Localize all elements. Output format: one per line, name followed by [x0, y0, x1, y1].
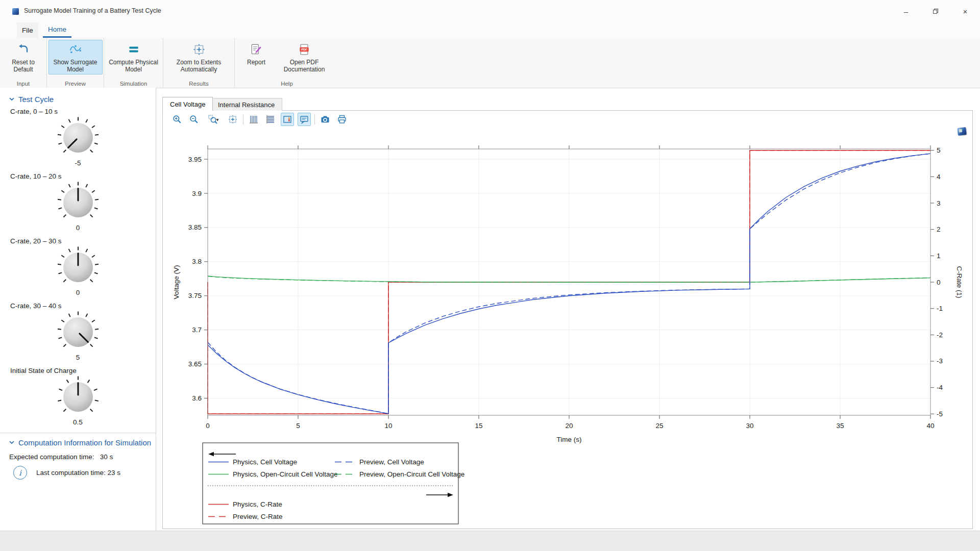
- knob-control[interactable]: [57, 246, 100, 289]
- tab-cell-voltage[interactable]: Cell Voltage: [162, 97, 213, 111]
- svg-text:0: 0: [937, 279, 941, 286]
- knob-control[interactable]: [57, 375, 100, 418]
- svg-text:3.65: 3.65: [188, 360, 202, 368]
- chevron-down-icon: [9, 441, 14, 444]
- restore-button[interactable]: [921, 0, 950, 22]
- reset-icon: [17, 42, 30, 57]
- computation-info-section: Computation Information for Simulation E…: [0, 433, 156, 480]
- menu-tab-file[interactable]: File: [17, 22, 38, 38]
- legend-toggle-button[interactable]: [281, 113, 294, 126]
- svg-text:Physics, Open-Circuit Cell Vol: Physics, Open-Circuit Cell Voltage: [233, 470, 338, 478]
- compute-physical-model-button[interactable]: Compute Physical Model: [104, 40, 164, 74]
- zoom-extents-icon: [228, 114, 238, 124]
- sidebar: Test Cycle C-rate, 0 – 10 s-5C-rate, 10 …: [0, 88, 156, 531]
- status-bar: [0, 531, 980, 551]
- ribbon-group-input: Reset to Default Input: [0, 38, 47, 88]
- y-grid-icon: [265, 114, 276, 124]
- plot-toolbar: ▾: [170, 113, 349, 126]
- knob-label: C-rate, 20 – 30 s: [10, 237, 156, 245]
- x-grid-icon: [249, 114, 259, 124]
- svg-text:-4: -4: [937, 384, 943, 391]
- ribbon-group-label: Preview: [47, 81, 104, 87]
- svg-text:Physics, Cell Voltage: Physics, Cell Voltage: [233, 458, 297, 466]
- ribbon-group-label: Simulation: [104, 81, 163, 87]
- svg-text:PDF: PDF: [301, 48, 307, 51]
- printer-icon: [337, 114, 347, 124]
- expected-computation-time-value: 30 s: [100, 453, 113, 461]
- svg-text:Time (s): Time (s): [557, 436, 582, 443]
- svg-text:3.85: 3.85: [188, 223, 202, 231]
- screenshot-button[interactable]: [318, 113, 332, 126]
- comsol-logo-button[interactable]: [957, 127, 966, 136]
- show-surrogate-model-button[interactable]: Show Surrogate Model: [48, 40, 103, 74]
- close-button[interactable]: ×: [950, 0, 980, 22]
- restore-icon: [933, 8, 939, 14]
- svg-text:15: 15: [475, 422, 482, 430]
- knob-label: C-rate, 10 – 20 s: [10, 172, 156, 180]
- zoom-to-extents-button[interactable]: Zoom to Extents Automatically: [164, 40, 234, 74]
- ribbon-group-label: Results: [163, 81, 234, 87]
- zoom-in-button[interactable]: [170, 113, 184, 126]
- print-button[interactable]: [335, 113, 349, 126]
- zoom-extents-button[interactable]: [226, 113, 239, 126]
- knob-label: Initial State of Charge: [10, 367, 156, 374]
- zoom-out-button[interactable]: [187, 113, 201, 126]
- report-icon: [250, 42, 263, 57]
- chart-canvas[interactable]: 05101520253035403.63.653.73.753.83.853.9…: [168, 128, 975, 536]
- ribbon-group-simulation: Compute Physical Model Simulation: [104, 38, 163, 88]
- toolbar-separator: [314, 114, 315, 124]
- svg-text:Preview, C-Rate: Preview, C-Rate: [233, 513, 283, 520]
- toolbar-separator: [243, 114, 243, 124]
- svg-text:-3: -3: [937, 357, 943, 365]
- report-button[interactable]: Report: [239, 40, 273, 67]
- dropdown-caret-icon[interactable]: ▾: [216, 117, 218, 122]
- section-header-test-cycle[interactable]: Test Cycle: [9, 95, 156, 104]
- svg-text:3.95: 3.95: [188, 156, 202, 163]
- knob-block: C-rate, 10 – 20 s0: [0, 172, 156, 233]
- camera-icon: [320, 114, 330, 124]
- svg-text:Preview, Cell Voltage: Preview, Cell Voltage: [359, 458, 424, 466]
- knob-block: C-rate, 20 – 30 s0: [0, 237, 156, 298]
- svg-text:3.75: 3.75: [188, 292, 202, 299]
- ribbon-group-results: Zoom to Extents Automatically Results: [163, 38, 235, 88]
- svg-text:3.7: 3.7: [192, 326, 202, 334]
- y-grid-button[interactable]: [264, 113, 277, 126]
- svg-text:Voltage (V): Voltage (V): [173, 265, 180, 299]
- open-pdf-documentation-button[interactable]: PDF Open PDF Documentation: [274, 40, 334, 74]
- annotation-toggle-button[interactable]: [298, 113, 311, 126]
- zoom-box-button[interactable]: ▾: [204, 113, 223, 126]
- knob-control[interactable]: [57, 181, 100, 224]
- reset-to-default-button[interactable]: Reset to Default: [4, 40, 43, 74]
- svg-text:5: 5: [937, 146, 941, 154]
- zoom-in-icon: [172, 114, 182, 124]
- menu-tab-home[interactable]: Home: [43, 22, 71, 38]
- knob-control[interactable]: [57, 311, 100, 354]
- section-title: Test Cycle: [18, 95, 54, 104]
- svg-text:4: 4: [937, 173, 941, 181]
- svg-text:25: 25: [655, 422, 663, 430]
- x-grid-button[interactable]: [247, 113, 260, 126]
- surrogate-model-icon: [68, 42, 83, 57]
- section-header-computation-info[interactable]: Computation Information for Simulation: [9, 438, 156, 447]
- svg-text:3.6: 3.6: [192, 394, 202, 402]
- info-icon: i: [13, 466, 27, 480]
- minimize-button[interactable]: –: [891, 0, 921, 22]
- knob-value: -5: [0, 159, 156, 168]
- pdf-icon: PDF: [298, 42, 311, 57]
- svg-text:10: 10: [384, 422, 392, 430]
- chevron-down-icon: [9, 97, 14, 101]
- zoom-extents-icon: [192, 42, 206, 57]
- ribbon-group-label: Help: [235, 81, 339, 87]
- knob-control[interactable]: [57, 116, 100, 159]
- app-logo-icon: [12, 8, 19, 15]
- svg-text:Preview, Open-Circuit Cell Vol: Preview, Open-Circuit Cell Voltage: [359, 470, 464, 478]
- knob-value: 5: [0, 354, 156, 363]
- svg-text:Physics, C-Rate: Physics, C-Rate: [233, 500, 282, 508]
- ribbon-group-help: Report PDF Open PDF Documentation Help: [235, 38, 339, 88]
- svg-text:5: 5: [296, 422, 300, 430]
- last-computation-time-row: i Last computation time: 23 s: [13, 466, 156, 480]
- compute-icon: [127, 42, 140, 57]
- tab-internal-resistance[interactable]: Internal Resistance: [210, 98, 282, 111]
- svg-text:0: 0: [206, 422, 210, 430]
- knob-block: C-rate, 0 – 10 s-5: [0, 108, 156, 168]
